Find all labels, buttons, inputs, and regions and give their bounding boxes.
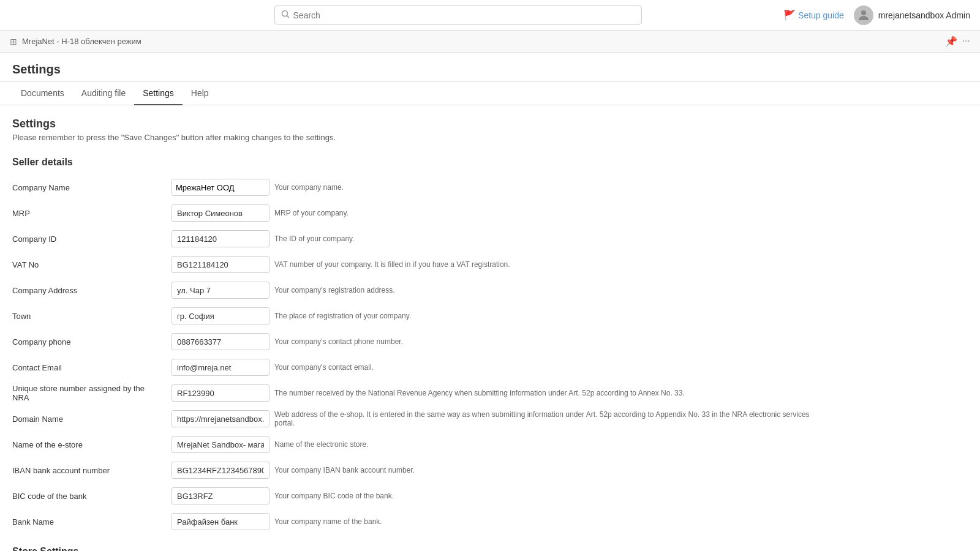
- top-right: 🚩 Setup guide mrejanetsandbox Admin: [783, 6, 970, 25]
- more-options-icon[interactable]: ···: [962, 36, 970, 47]
- form-row: Domain NameWeb address of the e-shop. It…: [12, 409, 907, 429]
- field-input[interactable]: [172, 487, 270, 504]
- field-label: Company ID: [12, 234, 172, 244]
- field-label: Contact Email: [12, 363, 172, 372]
- field-input[interactable]: [172, 230, 270, 247]
- field-label: MRP: [12, 209, 172, 218]
- main-content: Settings Please remember to press the "S…: [0, 105, 919, 551]
- settings-subtitle: Please remember to press the "Save Chang…: [12, 133, 907, 142]
- form-row: Contact EmailYour company's contact emai…: [12, 358, 907, 377]
- input-container: Your company's registration address.: [172, 282, 395, 299]
- form-row: TownThe place of registration of your co…: [12, 306, 907, 326]
- field-hint: The place of registration of your compan…: [274, 312, 411, 320]
- field-hint: VAT number of your company. It is filled…: [274, 260, 510, 269]
- field-hint: Your company BIC code of the bank.: [274, 492, 394, 500]
- field-input[interactable]: [172, 410, 270, 427]
- field-label: Unique store number assigned by the NRA: [12, 384, 172, 402]
- search-icon: [281, 10, 290, 20]
- input-container: Your company's contact phone number.: [172, 333, 403, 350]
- input-container: Web address of the e-shop. It is entered…: [172, 410, 826, 427]
- field-input[interactable]: [172, 256, 270, 273]
- field-hint: Your company name.: [274, 183, 344, 192]
- sub-header-actions: 📌 ···: [945, 36, 970, 47]
- form-row: MRPMRP of your company.: [12, 203, 907, 223]
- field-hint: Name of the electronic store.: [274, 440, 368, 449]
- field-input[interactable]: [172, 333, 270, 350]
- field-input[interactable]: [172, 436, 270, 453]
- seller-fields: Company Name⋯Your company name.MRPMRP of…: [12, 178, 907, 531]
- field-input[interactable]: [172, 307, 270, 324]
- input-container: Name of the electronic store.: [172, 436, 368, 453]
- field-input[interactable]: [172, 384, 270, 402]
- form-row: Company phoneYour company's contact phon…: [12, 332, 907, 351]
- form-row: Bank NameYour company name of the bank.: [12, 512, 907, 531]
- pin-icon[interactable]: 📌: [945, 36, 957, 47]
- form-row: VAT NoVAT number of your company. It is …: [12, 255, 907, 274]
- field-hint: Web address of the e-shop. It is entered…: [274, 410, 826, 427]
- top-bar: 🚩 Setup guide mrejanetsandbox Admin: [0, 0, 980, 31]
- input-with-btn: ⋯: [172, 179, 270, 196]
- field-hint: MRP of your company.: [274, 209, 349, 217]
- field-input[interactable]: [172, 513, 270, 530]
- field-hint: Your company's registration address.: [274, 286, 395, 294]
- tab-help[interactable]: Help: [183, 82, 217, 105]
- field-hint: The ID of your company.: [274, 234, 355, 243]
- input-container: MRP of your company.: [172, 204, 349, 222]
- input-container: The ID of your company.: [172, 230, 355, 247]
- field-hint: Your company's contact email.: [274, 363, 374, 372]
- form-row: Name of the e-storeName of the electroni…: [12, 435, 907, 454]
- input-container: Your company's contact email.: [172, 359, 374, 376]
- input-container: ⋯Your company name.: [172, 179, 344, 196]
- form-row: Company AddressYour company's registrati…: [12, 280, 907, 300]
- form-row: Unique store number assigned by the NRAT…: [12, 383, 907, 403]
- store-settings-title: Store Settings: [12, 546, 907, 551]
- field-input[interactable]: [172, 282, 270, 299]
- setup-guide-button[interactable]: 🚩 Setup guide: [783, 9, 844, 21]
- field-input[interactable]: [172, 359, 270, 376]
- field-label: BIC code of the bank: [12, 492, 172, 501]
- flag-icon: 🚩: [783, 9, 796, 21]
- tab-settings[interactable]: Settings: [134, 82, 183, 105]
- field-input[interactable]: [172, 462, 270, 479]
- field-input[interactable]: [172, 179, 270, 195]
- seller-details-title: Seller details: [12, 157, 907, 168]
- field-label: Town: [12, 312, 172, 321]
- field-label: Domain Name: [12, 414, 172, 424]
- grid-icon: ⊞: [10, 37, 17, 47]
- form-row: Company Name⋯Your company name.: [12, 178, 907, 197]
- tab-documents[interactable]: Documents: [12, 82, 73, 105]
- tabs: Documents Auditing file Settings Help: [0, 82, 980, 105]
- input-container: Your company name of the bank.: [172, 513, 382, 530]
- field-hint: Your company name of the bank.: [274, 517, 382, 526]
- field-label: Company Address: [12, 286, 172, 295]
- form-row: BIC code of the bankYour company BIC cod…: [12, 486, 907, 506]
- input-container: VAT number of your company. It is filled…: [172, 256, 510, 273]
- field-label: VAT No: [12, 260, 172, 269]
- sub-header: ⊞ MrejaNet - Н-18 облекчен режим 📌 ···: [0, 31, 980, 53]
- field-hint: The number received by the National Reve…: [274, 389, 685, 397]
- field-hint: Your company's contact phone number.: [274, 337, 403, 346]
- field-hint: Your company IBAN bank account number.: [274, 466, 415, 474]
- input-container: The place of registration of your compan…: [172, 307, 411, 324]
- field-input[interactable]: [172, 204, 270, 222]
- field-label: Company phone: [12, 337, 172, 347]
- field-label: IBAN bank account number: [12, 466, 172, 475]
- tab-auditing[interactable]: Auditing file: [73, 82, 134, 105]
- search-box: [274, 6, 642, 24]
- user-menu[interactable]: mrejanetsandbox Admin: [854, 6, 970, 25]
- field-label: Company Name: [12, 183, 172, 192]
- field-label: Name of the e-store: [12, 440, 172, 449]
- settings-title: Settings: [12, 118, 907, 130]
- app-name: MrejaNet - Н-18 облекчен режим: [22, 37, 141, 46]
- input-container: Your company BIC code of the bank.: [172, 487, 394, 504]
- form-row: Company IDThe ID of your company.: [12, 229, 907, 249]
- search-container: [274, 6, 642, 24]
- search-input[interactable]: [293, 10, 635, 20]
- user-label: mrejanetsandbox Admin: [878, 10, 970, 20]
- setup-guide-label: Setup guide: [798, 10, 844, 20]
- svg-point-0: [282, 11, 287, 17]
- avatar: [854, 6, 873, 25]
- form-row: IBAN bank account numberYour company IBA…: [12, 460, 907, 480]
- page-title-area: Settings: [0, 53, 980, 82]
- svg-line-1: [287, 16, 289, 18]
